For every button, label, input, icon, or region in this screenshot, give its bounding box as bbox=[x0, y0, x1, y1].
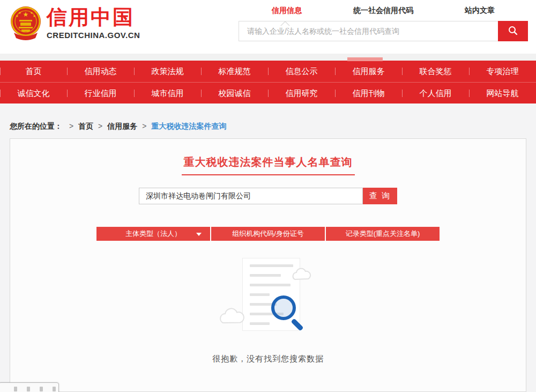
main-nav-row-2: 诚信文化行业信用城市信用校园诚信信用研究信用刊物个人信用网站导航 bbox=[0, 82, 536, 103]
cloud-icon bbox=[291, 267, 313, 284]
company-query-input[interactable] bbox=[139, 188, 363, 204]
filter-header-label: 组织机构代码/身份证号 bbox=[232, 230, 304, 238]
nav-item[interactable]: 个人信用 bbox=[402, 83, 469, 103]
partial-bottom-widget[interactable] bbox=[0, 382, 59, 392]
no-results-message: 很抱歉，没有找到您搜索数据 bbox=[10, 354, 526, 364]
breadcrumb-prefix: 您所在的位置： bbox=[10, 122, 62, 130]
nav-item[interactable]: 信用研究 bbox=[268, 83, 335, 103]
nav-item[interactable]: 首页 bbox=[0, 61, 67, 82]
nav-item[interactable]: 行业信用 bbox=[67, 83, 134, 103]
nav-item[interactable]: 信息公示 bbox=[268, 61, 335, 82]
nav-item[interactable]: 校园诚信 bbox=[201, 83, 268, 103]
empty-state-illustration bbox=[214, 257, 322, 337]
nav-item[interactable]: 信用服务 bbox=[335, 61, 402, 82]
breadcrumb: 您所在的位置： 首页信用服务重大税收违法案件查询 bbox=[10, 122, 226, 131]
filter-header[interactable]: 主体类型（法人） bbox=[96, 227, 210, 241]
search-icon bbox=[508, 25, 518, 38]
nav-item[interactable]: 标准规范 bbox=[201, 61, 268, 82]
site-logo[interactable]: ★ ★ ★ ★ ★ 信用中国 CREDITCHINA.GOV.CN bbox=[10, 5, 140, 43]
query-button[interactable]: 查 询 bbox=[363, 188, 397, 204]
header-search-tabs: 信用信息统一社会信用代码站内文章 bbox=[239, 4, 528, 17]
site-header: ★ ★ ★ ★ ★ 信用中国 CREDITCHINA.GOV.CN 信用信息统一… bbox=[0, 0, 536, 54]
nav-item[interactable]: 诚信文化 bbox=[0, 83, 67, 103]
content-panel: 重大税收违法案件当事人名单查询 查 询 主体类型（法人） 组织机构代码/身份证号… bbox=[10, 138, 526, 392]
page-title: 重大税收违法案件当事人名单查询 bbox=[182, 155, 355, 175]
filter-header-label: 主体类型（法人） bbox=[125, 230, 181, 238]
filter-header[interactable]: 记录类型(重点关注名单) bbox=[326, 227, 440, 241]
nav-item[interactable]: 联合奖惩 bbox=[402, 61, 469, 82]
svg-text:★: ★ bbox=[23, 11, 29, 18]
breadcrumb-link[interactable]: 首页 bbox=[64, 122, 93, 130]
active-nav-indicator bbox=[347, 57, 383, 61]
breadcrumb-link[interactable]: 重大税收违法案件查询 bbox=[137, 122, 226, 130]
breadcrumb-link[interactable]: 信用服务 bbox=[93, 122, 137, 130]
search-tab[interactable]: 信用信息 bbox=[239, 6, 335, 16]
filter-header-label: 记录类型(重点关注名单) bbox=[346, 230, 420, 238]
header-search-button[interactable] bbox=[498, 21, 528, 41]
svg-text:★: ★ bbox=[33, 14, 35, 18]
search-tab[interactable]: 统一社会信用代码 bbox=[335, 6, 431, 16]
nav-item[interactable]: 政策法规 bbox=[134, 61, 201, 82]
nav-item[interactable]: 信用动态 bbox=[67, 61, 134, 82]
nav-item[interactable]: 网站导航 bbox=[469, 83, 536, 103]
svg-text:★: ★ bbox=[16, 14, 18, 18]
caret-down-icon bbox=[196, 233, 202, 239]
main-nav-row-1: 首页信用动态政策法规标准规范信息公示信用服务联合奖惩专项治理 bbox=[0, 61, 536, 82]
filter-header[interactable]: 组织机构代码/身份证号 bbox=[211, 227, 325, 241]
main-nav: 首页信用动态政策法规标准规范信息公示信用服务联合奖惩专项治理 诚信文化行业信用城… bbox=[0, 61, 536, 103]
header-search-input[interactable] bbox=[239, 21, 498, 41]
query-row: 查 询 bbox=[10, 188, 526, 204]
search-tab[interactable]: 站内文章 bbox=[431, 6, 528, 16]
nav-item[interactable]: 专项治理 bbox=[469, 61, 536, 82]
svg-text:★: ★ bbox=[18, 11, 21, 14]
cloud-icon bbox=[218, 306, 247, 328]
result-filter-headers: 主体类型（法人） 组织机构代码/身份证号 记录类型(重点关注名单) bbox=[10, 227, 526, 241]
magnifier-icon bbox=[271, 295, 296, 320]
header-divider-strip bbox=[0, 54, 536, 61]
site-domain: CREDITCHINA.GOV.CN bbox=[47, 31, 140, 40]
header-search-bar bbox=[239, 21, 528, 41]
national-emblem-icon: ★ ★ ★ ★ ★ bbox=[10, 5, 42, 43]
tab-notch bbox=[280, 16, 290, 26]
nav-item[interactable]: 城市信用 bbox=[134, 83, 201, 103]
site-name: 信用中国 bbox=[47, 5, 140, 29]
nav-item[interactable]: 信用刊物 bbox=[335, 83, 402, 103]
